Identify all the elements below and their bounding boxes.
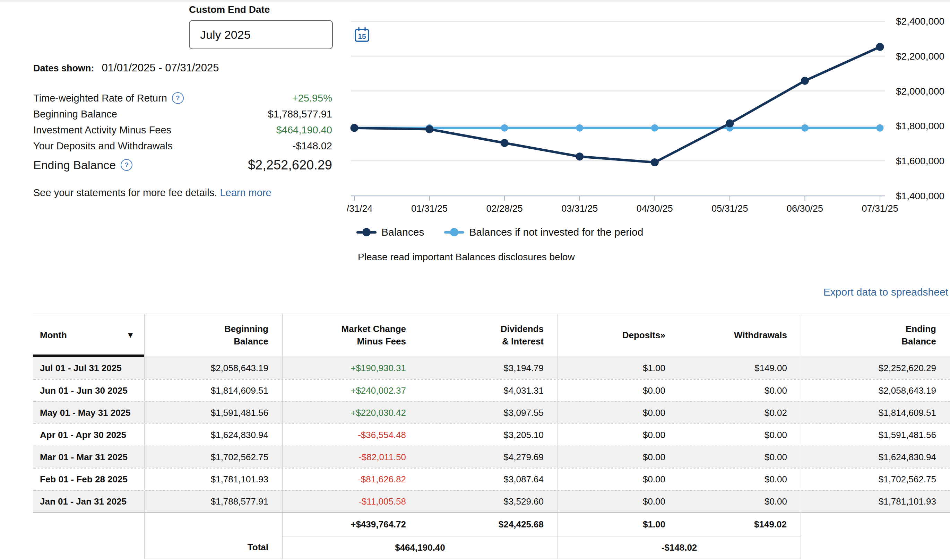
svg-text:$2,000,000: $2,000,000 [896, 86, 944, 97]
cell-deposits: $0.00 [557, 491, 679, 512]
cell-market-change: -$11,005.58 [282, 491, 420, 512]
cell-month: Jan 01 - Jan 31 2025 [33, 491, 144, 512]
cell-withdrawals: $0.02 [679, 402, 801, 423]
not-invested-series-marker-icon [444, 228, 464, 237]
ending-balance-label: Ending Balance [33, 158, 116, 172]
svg-text:07/31/25: 07/31/25 [862, 203, 898, 214]
deposits-withdrawals-value: -$148.02 [293, 140, 333, 152]
cell-ending-balance: $1,591,481.56 [801, 424, 950, 446]
help-icon[interactable]: ? [172, 92, 184, 104]
balances-line-chart: $2,400,000$2,200,000$2,000,000$1,800,000… [347, 7, 950, 243]
help-icon[interactable]: ? [121, 159, 132, 171]
totals-empty-beginning [144, 513, 282, 536]
cell-market-change: +$240,002.37 [282, 380, 420, 401]
totals-market-change: +$439,764.72 [282, 513, 420, 536]
cell-deposits: $0.00 [557, 469, 679, 490]
totals-withdrawals: $149.02 [679, 513, 801, 536]
totals-empty-ending [801, 513, 950, 536]
investment-activity-label: Investment Activity Minus Fees [33, 125, 171, 136]
twrr-label: Time-weighted Rate of Return [33, 92, 167, 104]
dates-shown-label: Dates shown: [33, 63, 94, 74]
sort-descending-icon[interactable]: ▼ [126, 329, 134, 341]
cell-ending-balance: $2,252,620.29 [801, 357, 950, 379]
cell-dividends-interest: $3,205.10 [420, 424, 557, 446]
cell-deposits: $1.00 [557, 357, 679, 379]
ending-balance-value: $2,252,620.29 [248, 158, 332, 172]
beginning-balance-label: Beginning Balance [33, 108, 117, 120]
column-header-ending-balance: EndingBalance [801, 314, 950, 357]
cell-withdrawals: $0.00 [679, 424, 801, 446]
summary-row-ending-balance: Ending Balance ? $2,252,620.29 [33, 155, 332, 175]
dates-shown-value: 01/01/2025 - 07/31/2025 [102, 62, 219, 74]
cell-market-change: -$36,554.48 [282, 424, 420, 446]
twrr-value: +25.95% [292, 92, 332, 104]
cell-beginning-balance: $2,058,643.19 [144, 357, 282, 379]
cell-beginning-balance: $1,624,830.94 [144, 424, 282, 446]
cell-ending-balance: $1,702,562.75 [801, 469, 950, 490]
cell-beginning-balance: $1,814,609.51 [144, 380, 282, 401]
column-header-month[interactable]: Month ▼ [33, 314, 144, 357]
table-row: Jan 01 - Jan 31 2025 $1,788,577.91 -$11,… [33, 490, 950, 512]
custom-end-date-field[interactable]: 15 [189, 20, 333, 49]
export-data-link[interactable]: Export data to spreadsheet [824, 286, 948, 298]
svg-text:04/30/25: 04/30/25 [637, 203, 673, 214]
cell-dividends-interest: $3,087.64 [420, 469, 557, 490]
summary-row-beginning-balance: Beginning Balance $1,788,577.91 [33, 106, 332, 122]
cell-dividends-interest: $3,097.55 [420, 402, 557, 423]
month-header-label: Month [40, 329, 67, 342]
table-row: Mar 01 - Mar 31 2025 $1,702,562.75 -$82,… [33, 446, 950, 468]
svg-text:02/28/25: 02/28/25 [487, 203, 523, 214]
grand-deposits-withdrawals-total: -$148.02 [557, 536, 801, 559]
cell-month: Jun 01 - Jun 30 2025 [33, 380, 144, 401]
dates-shown: Dates shown: 01/01/2025 - 07/31/2025 [33, 62, 219, 74]
beginning-balance-value: $1,788,577.91 [268, 108, 332, 120]
svg-text:$1,400,000: $1,400,000 [896, 191, 944, 202]
table-row: Jul 01 - Jul 31 2025 $2,058,643.19 +$190… [33, 357, 950, 379]
legend-label-balances: Balances [381, 226, 424, 238]
table-header-row: Month ▼ BeginningBalance Market ChangeMi… [33, 314, 950, 357]
grand-empty-month [33, 536, 144, 559]
svg-text:01/31/25: 01/31/25 [411, 203, 448, 214]
legend-item-not-invested: Balances if not invested for the period [444, 226, 643, 238]
column-header-dividends-interest: Dividends& Interest [420, 314, 557, 357]
table-row: Jun 01 - Jun 30 2025 $1,814,609.51 +$240… [33, 379, 950, 401]
deposits-withdrawals-label: Your Deposits and Withdrawals [33, 140, 172, 152]
cell-dividends-interest: $4,031.31 [420, 380, 557, 401]
column-header-market-change: Market ChangeMinus Fees [282, 314, 420, 357]
cell-ending-balance: $2,058,643.19 [801, 380, 950, 401]
cell-market-change: -$82,011.50 [282, 446, 420, 468]
summary-row-investment-activity: Investment Activity Minus Fees $464,190.… [33, 122, 332, 138]
balances-disclosure-note: Please read important Balances disclosur… [358, 252, 575, 263]
cell-month: Apr 01 - Apr 30 2025 [33, 424, 144, 446]
column-header-deposits: Deposits» [557, 314, 679, 357]
totals-dividends: $24,425.68 [420, 513, 557, 536]
cell-dividends-interest: $3,529.60 [420, 491, 557, 512]
statements-note: See your statements for more fee details… [33, 187, 271, 198]
svg-text:$1,600,000: $1,600,000 [896, 155, 944, 166]
statements-text: See your statements for more fee details… [33, 187, 217, 198]
table-row: Feb 01 - Feb 28 2025 $1,781,101.93 -$81,… [33, 468, 950, 490]
cell-market-change: -$81,626.82 [282, 469, 420, 490]
learn-more-link[interactable]: Learn more [220, 187, 271, 198]
custom-end-date-input[interactable] [200, 28, 354, 42]
monthly-performance-table: Month ▼ BeginningBalance Market ChangeMi… [33, 314, 950, 559]
totals-row-values: +$439,764.72 $24,425.68 $1.00 $149.02 [33, 513, 950, 536]
cell-ending-balance: $1,624,830.94 [801, 446, 950, 468]
cell-withdrawals: $0.00 [679, 380, 801, 401]
table-row: Apr 01 - Apr 30 2025 $1,624,830.94 -$36,… [33, 423, 950, 446]
cell-withdrawals: $0.00 [679, 469, 801, 490]
svg-text:05/31/25: 05/31/25 [711, 203, 748, 214]
balances-series-marker-icon [356, 228, 377, 237]
svg-text:12/31/24: 12/31/24 [347, 203, 373, 214]
totals-row-grand: Total $464,190.40 -$148.02 [33, 536, 950, 559]
top-divider [0, 0, 950, 2]
cell-ending-balance: $1,814,609.51 [801, 402, 950, 423]
cell-month: May 01 - May 31 2025 [33, 402, 144, 423]
cell-dividends-interest: $3,194.79 [420, 357, 557, 379]
cell-deposits: $0.00 [557, 380, 679, 401]
cell-beginning-balance: $1,781,101.93 [144, 469, 282, 490]
svg-text:$1,800,000: $1,800,000 [896, 121, 944, 131]
table-totals-section: +$439,764.72 $24,425.68 $1.00 $149.02 To… [33, 512, 950, 559]
cell-month: Mar 01 - Mar 31 2025 [33, 446, 144, 468]
totals-empty-month [33, 513, 144, 536]
